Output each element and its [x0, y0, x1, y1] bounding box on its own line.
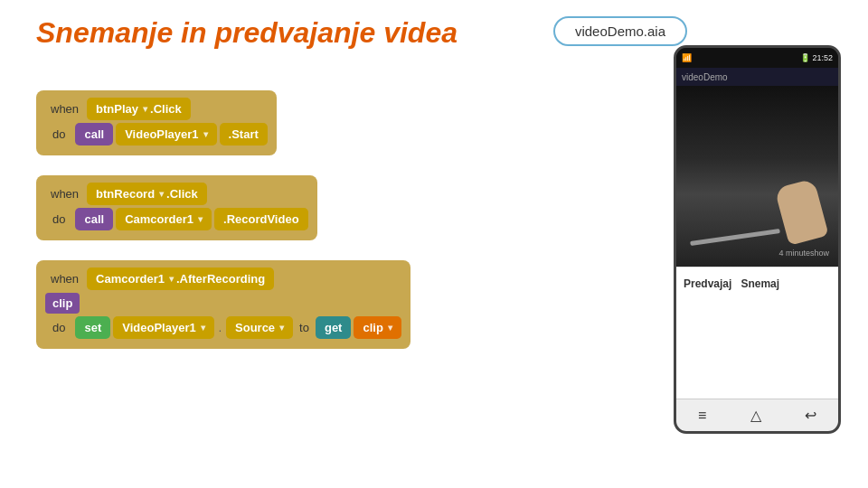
signal-icon: 📶	[682, 53, 692, 62]
event-block-1[interactable]: btnPlay ▾ .Click	[87, 98, 191, 120]
property-block[interactable]: Source ▾	[226, 316, 293, 339]
call-block-2[interactable]: call	[75, 208, 113, 230]
component-block-1[interactable]: VideoPlayer1 ▾	[116, 123, 216, 145]
phone-nav-bar: ≡ △ ↩	[676, 399, 838, 431]
do-label-1: do	[45, 123, 72, 145]
dropdown-arrow-var: ▾	[388, 323, 392, 333]
wifi-icon: 🔋	[800, 53, 810, 62]
phone-mockup: 📶 🔋 21:52 videoDemo 4 minuteshow Predvaj…	[674, 45, 841, 434]
when-label-2: when	[45, 183, 84, 205]
phone-record-button[interactable]: Snemaj	[741, 277, 779, 290]
when-label-3: when	[45, 267, 84, 290]
do-label-2: do	[45, 208, 72, 230]
status-icons-right: 🔋 21:52	[800, 53, 833, 62]
dropdown-arrow-2: ▾	[159, 189, 164, 199]
method-block-1[interactable]: .Start	[220, 123, 268, 145]
page-title: Snemanje in predvajanje videa	[36, 16, 458, 50]
phone-buttons-row: Predvajaj Snemaj	[676, 267, 838, 299]
phone-play-button[interactable]: Predvajaj	[684, 277, 731, 290]
status-icons-left: 📶	[682, 53, 692, 62]
phone-content-area	[676, 299, 838, 399]
dropdown-arrow-comp-2: ▾	[198, 214, 203, 224]
block-row-clip: clip	[45, 293, 401, 314]
dropdown-arrow-prop: ▾	[279, 323, 284, 333]
to-label: to	[296, 316, 313, 339]
block-row-when-3: when Camcorder1 ▾ .AfterRecording	[45, 267, 401, 290]
clip-badge: clip	[45, 293, 80, 314]
aia-button[interactable]: videoDemo.aia	[553, 16, 687, 46]
video-timestamp: 4 minuteshow	[778, 249, 829, 258]
nav-menu-icon[interactable]: ≡	[698, 408, 706, 424]
component-block-3[interactable]: VideoPlayer1 ▾	[113, 316, 213, 339]
phone-status-bar: 📶 🔋 21:52	[676, 48, 838, 68]
phone-title-bar: videoDemo	[676, 68, 838, 86]
block-row-when-1: when btnPlay ▾ .Click	[45, 98, 268, 120]
dropdown-arrow-comp-1: ▾	[203, 129, 208, 139]
component-block-2[interactable]: Camcorder1 ▾	[116, 208, 212, 230]
block-group-3: when Camcorder1 ▾ .AfterRecording clip d…	[36, 260, 524, 349]
block-row-when-2: when btnRecord ▾ .Click	[45, 183, 308, 205]
video-stick	[690, 229, 780, 246]
method-block-2[interactable]: .RecordVideo	[214, 208, 308, 230]
nav-back-icon[interactable]: ↩	[805, 407, 816, 424]
set-block[interactable]: set	[75, 316, 110, 339]
block-row-do-3: do set VideoPlayer1 ▾ . Source ▾ to get	[45, 316, 401, 339]
video-arm	[774, 178, 828, 245]
phone-video-area: 4 minuteshow	[676, 86, 838, 267]
dropdown-arrow-comp-3: ▾	[201, 323, 205, 333]
phone-video-content: 4 minuteshow	[676, 86, 838, 267]
phone-app-name: videoDemo	[682, 72, 728, 82]
block-row-do-1: do call VideoPlayer1 ▾ .Start	[45, 123, 268, 145]
event-block-2[interactable]: btnRecord ▾ .Click	[87, 183, 207, 205]
block-row-do-2: do call Camcorder1 ▾ .RecordVideo	[45, 208, 308, 230]
when-label-1: when	[45, 98, 84, 120]
nav-home-icon[interactable]: △	[750, 407, 761, 424]
get-var-block[interactable]: clip ▾	[354, 316, 401, 339]
time-display: 21:52	[812, 53, 833, 62]
block-group-1: when btnPlay ▾ .Click do call VideoPlaye…	[36, 90, 524, 155]
dropdown-arrow-1: ▾	[143, 104, 147, 114]
event-block-3[interactable]: Camcorder1 ▾ .AfterRecording	[87, 267, 274, 290]
get-block[interactable]: get	[316, 316, 352, 339]
blocks-area: when btnPlay ▾ .Click do call VideoPlaye…	[36, 90, 524, 369]
do-label-3: do	[45, 316, 72, 339]
dropdown-arrow-3: ▾	[169, 274, 174, 284]
block-group-2: when btnRecord ▾ .Click do call Camcorde…	[36, 175, 524, 240]
call-block-1[interactable]: call	[75, 123, 113, 145]
